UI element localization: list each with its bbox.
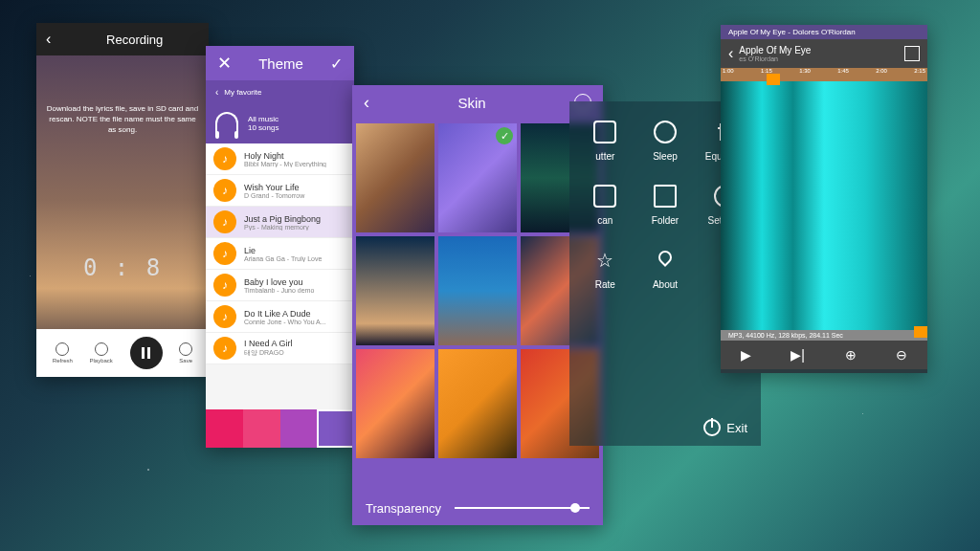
skin-thumb[interactable]	[356, 123, 434, 232]
theme-panel: ✕ Theme ✓ ‹ My favorite All music 10 son…	[206, 46, 354, 448]
playback-icon	[95, 342, 108, 356]
music-note-icon: ♪	[213, 305, 236, 328]
confirm-icon[interactable]: ✓	[330, 55, 343, 73]
time-ruler: 1:001:151:301:452:002:15	[721, 68, 927, 81]
clock-icon	[654, 121, 677, 143]
song-item[interactable]: ♪Do It Like A DudeConnie Jone - Who You …	[206, 301, 354, 333]
star-icon: ☆	[577, 249, 634, 272]
favorite-label: My favorite	[224, 88, 261, 97]
menu-item-utter[interactable]: utter	[577, 121, 634, 162]
pin-icon	[654, 249, 677, 272]
music-note-icon: ♪	[213, 274, 236, 297]
music-note-icon: ♪	[213, 147, 236, 170]
music-note-icon: ♪	[213, 210, 236, 233]
selected-check-icon: ✓	[496, 127, 513, 144]
chevron-left-icon[interactable]: ‹	[215, 87, 218, 98]
music-note-icon: ♪	[213, 337, 236, 360]
chevron-left-icon[interactable]: ‹	[728, 45, 733, 62]
color-swatch[interactable]	[317, 409, 354, 448]
exit-button[interactable]: Exit	[703, 419, 747, 436]
zoom-in-button[interactable]: ⊕	[845, 347, 857, 363]
save-icon[interactable]	[904, 46, 920, 61]
zoom-out-button[interactable]: ⊖	[896, 347, 907, 363]
music-note-icon: ♪	[213, 242, 236, 265]
recording-time: 0 : 8	[46, 253, 199, 285]
skin-thumb[interactable]	[356, 236, 434, 345]
recording-message: Download the lyrics file, save in SD car…	[46, 103, 199, 136]
menu-item-folder[interactable]: Folder	[637, 185, 694, 226]
song-item[interactable]: ♪Just a Pig BingbongPys - Making memory	[206, 207, 354, 238]
start-marker[interactable]	[767, 74, 780, 85]
waveform[interactable]	[721, 81, 927, 330]
color-swatch[interactable]	[206, 409, 243, 448]
recording-title: Recording	[106, 33, 163, 47]
song-item[interactable]: ♪I Need A Girl태양 DRAGO	[206, 333, 354, 364]
song-item[interactable]: ♪Baby I love youTimbalanb - Juno demo	[206, 270, 354, 301]
skin-panel: ‹ Skin ✓ Transparency	[352, 85, 603, 525]
allmusic-title: All music	[248, 115, 278, 123]
folder-icon	[654, 185, 677, 208]
audio-info: MP3, 44100 Hz, 128 kbps, 284.11 Sec	[721, 330, 927, 341]
refresh-button[interactable]: Refresh	[53, 342, 73, 364]
music-note-icon: ♪	[213, 179, 236, 202]
editor-panel: Apple Of My Eye - Dolores O'Riordan ‹ Ap…	[721, 25, 927, 373]
scan-icon	[593, 185, 616, 208]
menu-item-sleep[interactable]: Sleep	[637, 121, 694, 162]
pause-button[interactable]	[130, 337, 163, 369]
back-icon[interactable]: ‹	[364, 93, 369, 113]
back-icon[interactable]: ‹	[46, 31, 51, 48]
transparency-slider[interactable]	[455, 507, 590, 509]
save-icon	[179, 342, 192, 356]
song-list: ♪Holy NightBibbi Marry - My Everything♪W…	[206, 143, 354, 364]
editor-window-title: Apple Of My Eye - Dolores O'Riordan	[721, 25, 927, 39]
skin-title: Skin	[457, 95, 485, 111]
color-swatch[interactable]	[280, 409, 318, 448]
skin-thumb[interactable]	[438, 349, 517, 458]
song-item[interactable]: ♪Holy NightBibbi Marry - My Everything	[206, 143, 354, 175]
color-swatches	[206, 409, 354, 448]
power-icon	[703, 419, 721, 436]
skin-thumb[interactable]	[356, 349, 434, 458]
allmusic-sub: 10 songs	[248, 123, 278, 132]
color-swatch[interactable]	[243, 409, 280, 448]
headphone-icon	[215, 112, 238, 135]
editor-artist: es O'Riordan	[739, 55, 811, 62]
close-icon[interactable]: ✕	[217, 53, 232, 74]
transparency-label: Transparency	[366, 501, 441, 516]
editor-song: Apple Of My Eye	[739, 45, 811, 55]
song-item[interactable]: ♪Wish Your LifeD Grand - Tomorrow	[206, 175, 354, 207]
save-button[interactable]: Save	[179, 342, 192, 364]
menu-item-rate[interactable]: ☆Rate	[577, 249, 634, 290]
cutter-icon	[593, 121, 616, 143]
next-button[interactable]: ▶|	[791, 347, 805, 363]
theme-title: Theme	[258, 55, 303, 72]
skin-thumb[interactable]	[438, 236, 517, 345]
play-button[interactable]: ▶	[741, 347, 751, 363]
song-item[interactable]: ♪LieAriana Ga Ga - Truly Love	[206, 238, 354, 270]
skin-thumb[interactable]: ✓	[438, 123, 517, 232]
recording-panel: ‹ Recording Download the lyrics file, sa…	[36, 23, 209, 377]
refresh-icon	[56, 342, 69, 356]
skin-grid: ✓	[352, 120, 603, 462]
menu-item-about[interactable]: About	[637, 249, 694, 290]
menu-item-can[interactable]: can	[577, 185, 634, 226]
end-marker[interactable]	[914, 326, 927, 338]
playback-button[interactable]: Playback	[90, 342, 113, 364]
